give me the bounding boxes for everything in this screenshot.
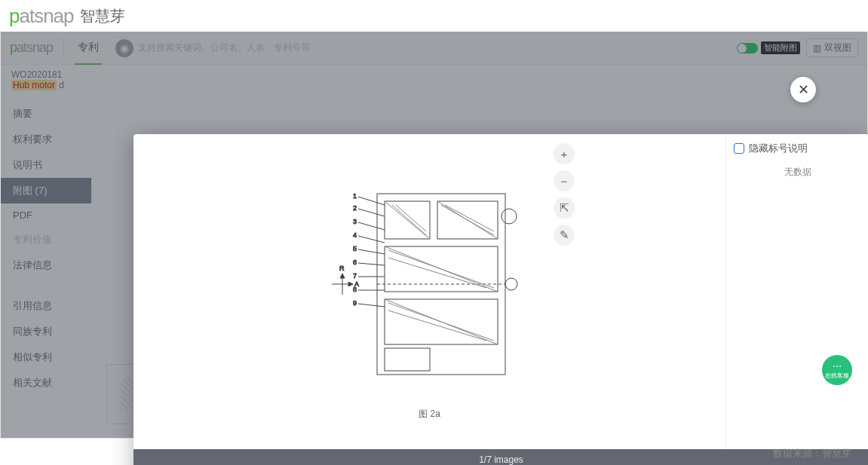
- footer-source: 数据来源：智慧芽: [773, 447, 851, 460]
- app-shell: p atsnap 专利 ◉ 支持搜索关键词、公司名、人名、专利号等 智能附图 ▥…: [0, 32, 868, 439]
- hide-labels-text: 隐藏标号说明: [749, 142, 808, 155]
- svg-text:6: 6: [353, 259, 357, 266]
- svg-text:9: 9: [353, 299, 357, 307]
- lightbox-sidebar: 隐藏标号说明 无数据: [725, 134, 868, 449]
- zoom-out-button[interactable]: −: [554, 170, 575, 191]
- svg-text:A: A: [354, 280, 359, 288]
- close-button[interactable]: ✕: [790, 77, 816, 102]
- image-counter: 1/7 images: [133, 449, 868, 465]
- checkbox-icon: [734, 143, 744, 154]
- logo-p: p: [9, 5, 19, 28]
- svg-text:5: 5: [353, 245, 357, 252]
- patent-drawing: 1 2 3 4 5 6 7 8 9 A R: [309, 164, 551, 405]
- chat-icon: ⋯: [833, 361, 842, 372]
- page-banner: p atsnap 智慧芽: [0, 0, 868, 32]
- svg-text:R: R: [339, 265, 345, 272]
- svg-text:2: 2: [353, 204, 357, 212]
- svg-text:7: 7: [353, 272, 357, 280]
- zoom-in-button[interactable]: +: [554, 143, 575, 164]
- no-data-text: 无数据: [734, 166, 861, 179]
- svg-marker-31: [340, 274, 345, 278]
- chat-fab[interactable]: ⋯ 在线客服: [822, 355, 852, 385]
- close-icon: ✕: [798, 81, 809, 98]
- figure-caption: 图 2a: [419, 408, 440, 421]
- chat-fab-label: 在线客服: [825, 372, 849, 380]
- image-lightbox: 1 2 3 4 5 6 7 8 9 A R: [133, 134, 868, 465]
- logo-text: atsnap: [19, 5, 73, 28]
- lightbox-tools: + − ⇱ ✎: [554, 143, 575, 246]
- svg-text:4: 4: [353, 231, 357, 239]
- svg-text:3: 3: [353, 218, 357, 225]
- edit-button[interactable]: ✎: [554, 225, 575, 246]
- svg-text:1: 1: [353, 192, 357, 200]
- svg-point-8: [505, 278, 517, 290]
- lightbox-image-area[interactable]: 1 2 3 4 5 6 7 8 9 A R: [133, 134, 725, 449]
- fullscreen-button[interactable]: ⇱: [554, 197, 575, 219]
- hide-labels-checkbox[interactable]: 隐藏标号说明: [734, 142, 861, 155]
- logo-cn: 智慧芽: [80, 6, 125, 26]
